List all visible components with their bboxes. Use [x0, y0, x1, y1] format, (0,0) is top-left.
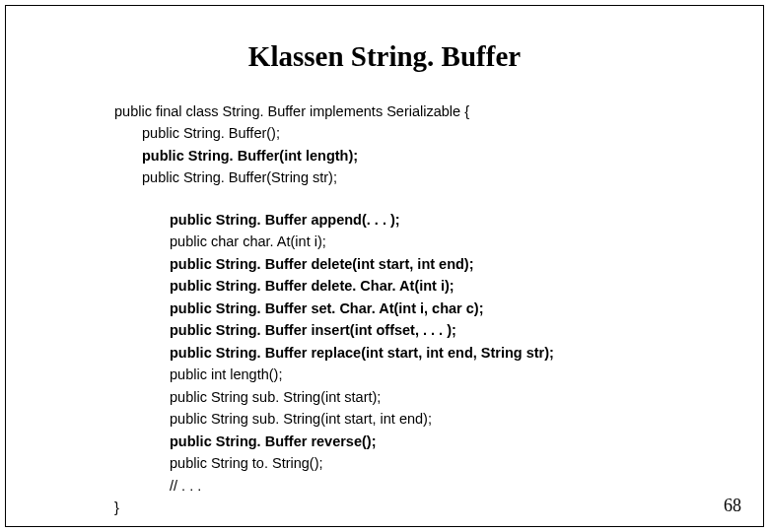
code-line: public int length();	[114, 364, 714, 385]
code-line: public final class String. Buffer implem…	[114, 100, 714, 122]
code-line: public String. Buffer(String str);	[114, 166, 714, 188]
page-number: 68	[724, 496, 741, 516]
code-line: }	[114, 497, 714, 518]
code-line	[114, 189, 714, 209]
code-line: public String sub. String(int start, int…	[114, 408, 714, 430]
code-line: public String. Buffer append(. . . );	[114, 209, 714, 231]
code-line: public String to. String();	[114, 452, 714, 474]
code-line: public char char. At(int i);	[114, 231, 714, 252]
code-line: public String sub. String(int start);	[114, 386, 714, 408]
slide-title: Klassen String. Buffer	[55, 40, 714, 73]
slide-frame: Klassen String. Buffer public final clas…	[5, 5, 764, 527]
code-block: public final class String. Buffer implem…	[114, 100, 714, 518]
code-line: public String. Buffer(int length);	[114, 145, 714, 166]
code-line: public String. Buffer insert(int offset,…	[114, 319, 714, 341]
code-line: public String. Buffer();	[114, 122, 714, 144]
code-line: public String. Buffer reverse();	[114, 431, 714, 452]
code-line: public String. Buffer set. Char. At(int …	[114, 298, 714, 319]
code-line: // . . .	[114, 475, 714, 497]
code-line: public String. Buffer delete(int start, …	[114, 253, 714, 275]
code-line: public String. Buffer replace(int start,…	[114, 342, 714, 364]
code-line: public String. Buffer delete. Char. At(i…	[114, 275, 714, 297]
